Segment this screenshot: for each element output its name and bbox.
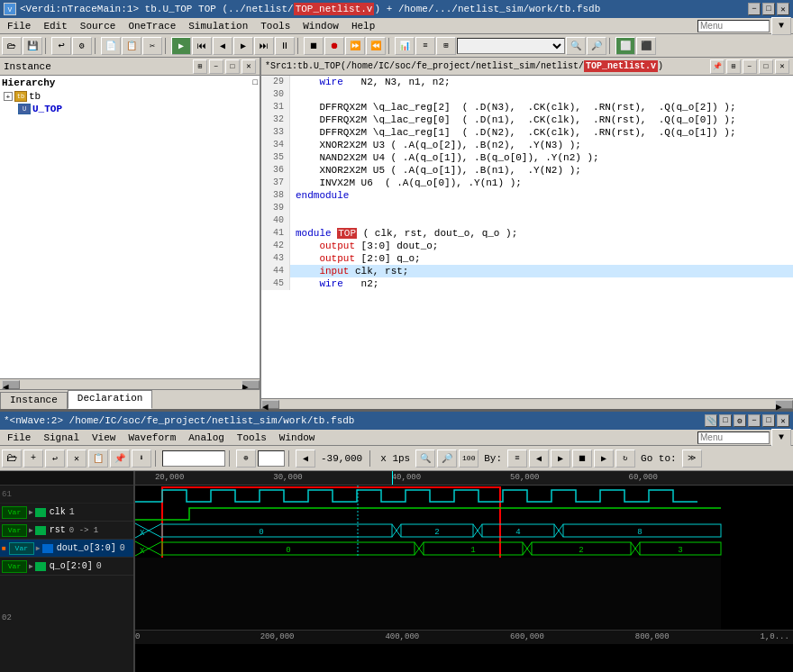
tb2-undo[interactable]: ↩ <box>45 450 65 468</box>
menu-file[interactable]: File <box>2 20 36 32</box>
toolbar-cut[interactable]: ✂ <box>142 37 162 55</box>
toolbar-wave[interactable]: 📊 <box>395 37 415 55</box>
second-menu-search[interactable] <box>697 431 770 444</box>
tree-expand-tb[interactable]: + <box>4 92 13 101</box>
second-settings[interactable]: ⚙ <box>734 414 746 427</box>
tb2-export[interactable]: ⬇ <box>132 450 151 468</box>
toolbar-settings[interactable]: ⚙ <box>72 37 92 55</box>
toolbar-misc2[interactable]: ⬛ <box>636 37 656 55</box>
tb2-stop[interactable]: ⏹ <box>572 450 592 468</box>
menu2-analog[interactable]: Analog <box>183 431 230 444</box>
toolbar-ff[interactable]: ⏩ <box>345 37 365 55</box>
tb2-folder[interactable]: 🗁 <box>2 450 22 468</box>
instance-icon-btn1[interactable]: ⊞ <box>193 59 207 74</box>
toolbar-doc[interactable]: 📄 <box>101 37 121 55</box>
menu-help[interactable]: Help <box>346 20 380 32</box>
toolbar-grid[interactable]: ⊞ <box>436 37 456 55</box>
instance-icon-btn4[interactable]: ✕ <box>242 59 256 74</box>
signal-row-clk[interactable]: Var ▶ clk 1 <box>0 504 133 522</box>
second-unpin[interactable]: − <box>748 414 761 427</box>
signal-row-dout[interactable]: ■ Var ▶ dout_o[3:0] 0 <box>0 540 133 558</box>
code-scrollbar-h[interactable]: ◀ ▶ <box>261 398 793 409</box>
menu2-tools[interactable]: Tools <box>232 431 272 444</box>
menu-onetrace[interactable]: OneTrace <box>123 20 181 32</box>
tb2-remove[interactable]: ✕ <box>67 450 87 468</box>
second-minimize[interactable]: 📎 <box>705 414 717 427</box>
menu-simulation[interactable]: Simulation <box>183 20 253 32</box>
code-icon-btn1[interactable]: 📌 <box>710 59 725 74</box>
instance-icon-btn3[interactable]: □ <box>225 59 240 74</box>
second-close[interactable]: ✕ <box>777 414 789 427</box>
code-scroll-right[interactable]: ▶ <box>775 400 793 409</box>
menu2-waveform[interactable]: Waveform <box>123 431 181 444</box>
tb2-expand[interactable]: ≫ <box>682 450 702 468</box>
toolbar-step-back[interactable]: ⏮ <box>192 37 212 55</box>
tb2-zoom-fit[interactable]: 100 <box>459 450 479 468</box>
toolbar-run[interactable]: ▶ <box>171 37 191 55</box>
toolbar-new[interactable]: 🗁 <box>2 37 22 55</box>
second-restore[interactable]: □ <box>762 414 775 427</box>
toolbar-record[interactable]: ⏺ <box>324 37 344 55</box>
time-input[interactable]: 39,000 <box>162 450 225 467</box>
hierarchy-toggle[interactable]: □ <box>253 78 258 87</box>
toolbar-stop[interactable]: ⏹ <box>304 37 324 55</box>
toolbar-prev[interactable]: ◀ <box>213 37 232 55</box>
tb2-cursor-icon[interactable]: ⊕ <box>236 450 256 468</box>
toolbar-undo[interactable]: ↩ <box>51 37 71 55</box>
toolbar-copy[interactable]: 📋 <box>122 37 141 55</box>
tb2-next-ev[interactable]: ▶ <box>594 450 614 468</box>
menu2-signal[interactable]: Signal <box>38 431 85 444</box>
tb2-loop[interactable]: ↻ <box>615 450 635 468</box>
code-scrollable[interactable]: 29 wire N2, N3, n1, n2; 30 31 DFFRQX2M \… <box>261 76 793 398</box>
tab-instance[interactable]: Instance <box>0 392 68 409</box>
menu-window[interactable]: Window <box>297 20 344 32</box>
tb2-paste[interactable]: 📌 <box>110 450 130 468</box>
left-panel-scrollbar-h[interactable]: ◀ ▶ <box>0 378 260 389</box>
tb2-prev-ev[interactable]: ◀ <box>529 450 549 468</box>
tab-declaration[interactable]: Declaration <box>68 390 153 409</box>
toolbar-save[interactable]: 💾 <box>23 37 42 55</box>
cursor-input[interactable]: 0 <box>258 450 285 467</box>
tb2-copy[interactable]: 📋 <box>88 450 108 468</box>
menu-search-button[interactable]: ▼ <box>771 17 791 35</box>
toolbar-step-fwd[interactable]: ⏭ <box>254 37 274 55</box>
code-icon-btn4[interactable]: □ <box>759 59 773 74</box>
menu-edit[interactable]: Edit <box>38 20 72 32</box>
minimize-button[interactable]: − <box>748 3 761 15</box>
toolbar-next[interactable]: ▶ <box>233 37 253 55</box>
tb2-add[interactable]: + <box>23 450 43 468</box>
code-icon-btn2[interactable]: ⊞ <box>726 59 741 74</box>
maximize-button[interactable]: □ <box>762 3 775 15</box>
tb2-play[interactable]: ▶ <box>551 450 570 468</box>
waveform-display[interactable]: 20,000 30,000 40,000 50,000 60,000 <box>135 471 793 672</box>
code-icon-btn5[interactable]: ✕ <box>775 59 789 74</box>
tb2-zoom-out[interactable]: 🔎 <box>437 450 457 468</box>
tree-item-utop[interactable]: U U_TOP <box>2 103 258 115</box>
scrollbar-left-btn[interactable]: ◀ <box>2 380 20 389</box>
toolbar-misc1[interactable]: ⬜ <box>615 37 635 55</box>
tb2-zoom-in[interactable]: 🔍 <box>415 450 435 468</box>
second-maximize[interactable]: □ <box>719 414 732 427</box>
code-scroll-left[interactable]: ◀ <box>261 400 279 409</box>
menu-source[interactable]: Source <box>75 20 122 32</box>
menu2-file[interactable]: File <box>2 431 36 444</box>
toolbar-pause[interactable]: ⏸ <box>275 37 295 55</box>
signal-row-rst[interactable]: Var ▶ rst 0 -> 1 <box>0 522 133 540</box>
toolbar-chart[interactable]: ≡ <box>415 37 435 55</box>
toolbar-dropdown[interactable] <box>457 38 565 54</box>
menu2-window[interactable]: Window <box>274 431 321 444</box>
second-menu-search-btn[interactable]: ▼ <box>771 429 791 447</box>
toolbar-search[interactable]: 🔍 <box>566 37 586 55</box>
toolbar-rw[interactable]: ⏪ <box>366 37 386 55</box>
toolbar-search2[interactable]: 🔎 <box>587 37 606 55</box>
menu2-view[interactable]: View <box>87 431 121 444</box>
tb2-by-btn[interactable]: ≡ <box>507 450 527 468</box>
signal-row-qo[interactable]: Var ▶ q_o[2:0] 0 <box>0 558 133 576</box>
menu-search-input[interactable] <box>697 20 770 32</box>
tb2-delta-left[interactable]: ◀ <box>296 450 315 468</box>
tree-item-tb[interactable]: + tb tb <box>2 90 258 103</box>
scrollbar-right-btn[interactable]: ▶ <box>242 380 260 389</box>
instance-icon-btn2[interactable]: − <box>209 59 223 74</box>
close-button[interactable]: ✕ <box>777 3 789 15</box>
code-icon-btn3[interactable]: − <box>743 59 757 74</box>
